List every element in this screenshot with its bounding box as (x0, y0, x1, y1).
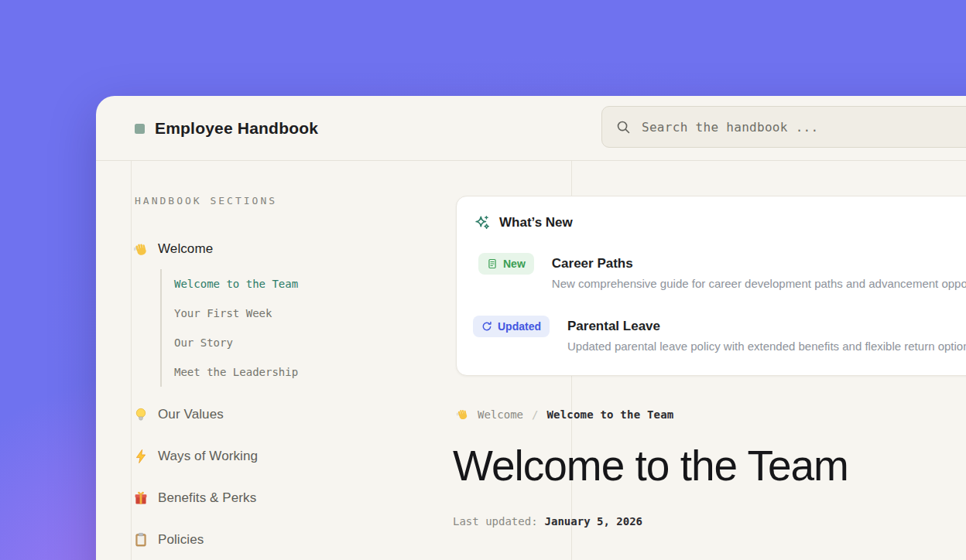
document-icon (487, 258, 498, 269)
subnav-item-our-story[interactable]: Our Story (174, 328, 298, 357)
whats-new-header: What’s New (474, 214, 573, 231)
sidebar-item-label: Ways of Working (158, 449, 258, 464)
search-placeholder: Search the handbook ... (642, 120, 818, 135)
entry-description: New comprehensive guide for career devel… (552, 277, 966, 290)
breadcrumb-current: Welcome to the Team (546, 408, 673, 421)
waving-hand-icon (456, 408, 469, 421)
entry-title: Career Paths (552, 256, 966, 271)
light-bulb-icon (133, 407, 149, 422)
subnav-item-your-first-week[interactable]: Your First Week (174, 299, 298, 328)
subnav-item-meet-the-leadership[interactable]: Meet the Leadership (174, 357, 298, 387)
sidebar-section-label: HANDBOOK SECTIONS (135, 195, 277, 207)
badge-label: New (503, 258, 526, 270)
badge-label: Updated (498, 320, 541, 333)
breadcrumb: Welcome / Welcome to the Team (456, 408, 673, 421)
breadcrumb-section[interactable]: Welcome (478, 408, 523, 421)
last-updated: Last updated: January 5, 2026 (453, 515, 642, 528)
whats-new-entry-parental-leave[interactable]: Updated Parental Leave Updated parental … (473, 316, 966, 353)
lightning-bolt-icon (133, 449, 149, 464)
grid-rule-left (131, 161, 132, 560)
whats-new-title: What’s New (499, 215, 573, 230)
sidebar-item-label: Policies (158, 532, 204, 548)
whats-new-entry-career-paths[interactable]: New Career Paths New comprehensive guide… (478, 253, 966, 290)
sidebar-item-welcome[interactable]: Welcome (133, 239, 213, 259)
entry-text: Career Paths New comprehensive guide for… (552, 253, 966, 290)
sidebar-item-policies[interactable]: Policies (133, 530, 204, 550)
clipboard-icon (133, 532, 149, 548)
refresh-icon (481, 321, 492, 332)
last-updated-value: January 5, 2026 (545, 515, 642, 528)
sidebar-item-our-values[interactable]: Our Values (133, 405, 224, 425)
whats-new-card: What’s New New Career Paths New comprehe… (456, 196, 966, 376)
sidebar-item-ways-of-working[interactable]: Ways of Working (133, 446, 258, 466)
sidebar-item-label: Our Values (158, 407, 224, 422)
app-title: Employee Handbook (155, 119, 318, 138)
entry-title: Parental Leave (567, 319, 966, 334)
updated-badge: Updated (473, 316, 550, 337)
app-brand: Employee Handbook (135, 96, 318, 161)
app-header: Employee Handbook Search the handbook ..… (96, 96, 966, 161)
entry-description: Updated parental leave policy with exten… (567, 340, 966, 353)
sidebar-item-label: Welcome (158, 241, 213, 257)
desktop-background: Employee Handbook Search the handbook ..… (0, 0, 966, 560)
logo-icon (135, 124, 145, 134)
gift-icon (133, 490, 149, 506)
search-icon (615, 119, 632, 135)
subnav-item-welcome-to-the-team[interactable]: Welcome to the Team (174, 269, 298, 299)
page-title: Welcome to the Team (453, 444, 848, 489)
last-updated-label: Last updated: (453, 515, 538, 528)
app-window: Employee Handbook Search the handbook ..… (96, 96, 966, 560)
entry-text: Parental Leave Updated parental leave po… (567, 316, 966, 353)
sidebar-item-benefits-perks[interactable]: Benefits & Perks (133, 488, 256, 508)
sparkles-icon (474, 214, 491, 231)
sidebar-item-label: Benefits & Perks (158, 490, 256, 506)
waving-hand-icon (133, 241, 149, 257)
new-badge: New (478, 253, 534, 275)
sidebar-subnav: Welcome to the Team Your First Week Our … (160, 269, 298, 387)
search-input[interactable]: Search the handbook ... (601, 106, 966, 148)
breadcrumb-separator: / (532, 408, 538, 421)
